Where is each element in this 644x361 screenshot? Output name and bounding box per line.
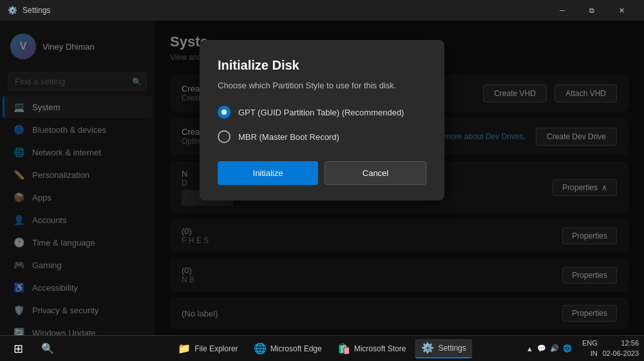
explorer-icon: 📁 [178,342,191,355]
language-indicator: ENGIN [582,338,598,358]
taskbar-right: ▲ 💬 🔊 🌐 ENGIN 12:56 02-06-2023 [526,338,639,358]
volume-icon[interactable]: 🔊 [550,344,559,353]
radio-mbr[interactable]: MBR (Master Boot Record) [218,130,426,143]
radio-gpt-circle [218,106,231,119]
dialog-title: Initialize Disk [218,58,426,73]
window-title: Settings [23,6,50,15]
taskbar-center: 📁 File Explorer 🌐 Microsoft Edge 🛍️ Micr… [171,339,472,358]
initialize-button[interactable]: Initialize [218,161,318,185]
radio-mbr-circle [218,130,231,143]
taskbar-app-settings[interactable]: ⚙️ Settings [415,339,472,358]
close-button[interactable]: ✕ [607,0,636,21]
start-icon: ⊞ [14,342,23,356]
systray-icons: ▲ 💬 🔊 🌐 [526,344,572,353]
dialog-subtitle: Choose which Partition Style to use for … [218,81,426,90]
radio-gpt-label: GPT (GUID Partition Table) (Recommended) [238,108,404,117]
taskbar-search-button[interactable]: 🔍 [35,338,61,359]
store-icon: 🛍️ [337,342,350,355]
taskbar: ⊞ 🔍 📁 File Explorer 🌐 Microsoft Edge 🛍️ … [0,335,644,361]
title-bar: ⚙️ Settings ─ ⧉ ✕ [0,0,644,21]
taskbar-left: ⊞ 🔍 [5,338,61,359]
edge-icon: 🌐 [254,342,267,355]
explorer-label: File Explorer [194,344,238,353]
clock: 12:56 02-06-2023 [603,338,639,358]
dialog-overlay: Initialize Disk Choose which Partition S… [0,21,644,335]
cancel-button[interactable]: Cancel [325,161,426,185]
taskbar-app-edge[interactable]: 🌐 Microsoft Edge [247,340,328,358]
clock-date: 02-06-2023 [603,349,639,358]
restore-button[interactable]: ⧉ [577,0,607,21]
network-systray-icon[interactable]: 🌐 [563,344,572,353]
edge-label: Microsoft Edge [270,344,322,353]
taskbar-app-store[interactable]: 🛍️ Microsoft Store [331,340,413,358]
start-button[interactable]: ⊞ [5,338,31,359]
taskbar-app-explorer[interactable]: 📁 File Explorer [171,340,244,358]
title-bar-controls: ─ ⧉ ✕ [547,0,636,21]
radio-gpt[interactable]: GPT (GUID Partition Table) (Recommended) [218,106,426,119]
minimize-button[interactable]: ─ [547,0,577,21]
store-label: Microsoft Store [354,344,406,353]
chat-icon: 💬 [537,344,546,353]
initialize-disk-dialog: Initialize Disk Choose which Partition S… [200,40,444,200]
settings-label: Settings [438,344,466,353]
clock-time: 12:56 [603,338,639,348]
taskbar-search-icon: 🔍 [41,342,54,355]
dialog-actions: Initialize Cancel [218,161,426,185]
radio-mbr-label: MBR (Master Boot Record) [238,132,339,142]
settings-taskbar-icon: ⚙️ [421,342,434,355]
settings-icon: ⚙️ [8,6,17,15]
title-bar-left: ⚙️ Settings [8,6,50,15]
chevron-up-systray-icon[interactable]: ▲ [526,345,533,353]
